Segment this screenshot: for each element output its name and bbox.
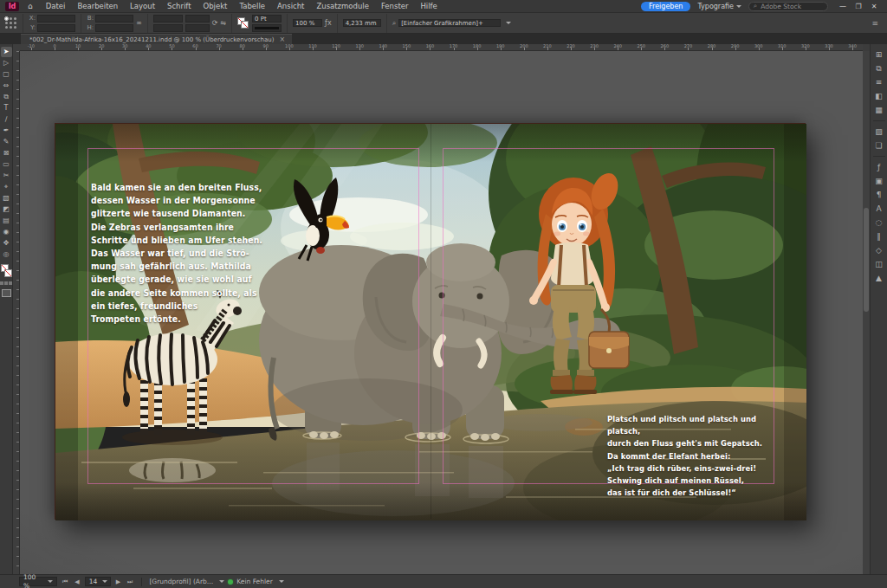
- page-tool[interactable]: ▢: [1, 69, 12, 80]
- home-icon[interactable]: ⌂: [28, 2, 33, 10]
- fill-stroke-swatch[interactable]: [237, 17, 249, 29]
- menu-layout[interactable]: Layout: [124, 0, 161, 13]
- note-tool[interactable]: ▤: [1, 216, 12, 226]
- menu-datei[interactable]: Datei: [40, 0, 72, 13]
- menu-hilfe[interactable]: Hilfe: [414, 0, 443, 13]
- zoom-tool[interactable]: ◎: [1, 249, 12, 260]
- constrain-link-icon[interactable]: ∞: [136, 19, 142, 28]
- layers-panel-icon[interactable]: ❏: [872, 139, 886, 152]
- rectangle-tool[interactable]: ▭: [1, 159, 12, 170]
- close-button[interactable]: ✕: [866, 0, 882, 13]
- gap-tool[interactable]: ⇔: [1, 81, 12, 91]
- stroke-weight-field[interactable]: 0 Pt: [252, 15, 282, 23]
- gradient-tool[interactable]: ▧: [1, 193, 12, 204]
- story-text-frame-left[interactable]: Bald kamen sie an den breiten Fluss, des…: [91, 181, 262, 326]
- stock-search-input[interactable]: ⌕ Adobe Stock: [748, 2, 828, 11]
- x-field[interactable]: [37, 15, 75, 23]
- paragraph-styles-panel-icon[interactable]: ¶: [872, 189, 886, 201]
- maximize-button[interactable]: ❐: [851, 0, 866, 13]
- vertical-ruler[interactable]: [13, 51, 20, 574]
- menu-tabelle[interactable]: Tabelle: [233, 0, 271, 13]
- first-page-button[interactable]: ⏮: [61, 578, 69, 585]
- menu-bearbeiten[interactable]: Bearbeiten: [71, 0, 124, 13]
- apply-color-buttons[interactable]: [0, 281, 12, 285]
- color-panel-icon[interactable]: ◧: [872, 90, 886, 102]
- width-field[interactable]: [95, 15, 133, 23]
- preflight-status[interactable]: Kein Fehler: [228, 578, 283, 585]
- menu-ansicht[interactable]: Ansicht: [271, 0, 310, 13]
- menu-zusatzmodule[interactable]: Zusatzmodule: [310, 0, 375, 13]
- minimize-button[interactable]: —: [835, 0, 851, 13]
- flip-icon[interactable]: ⇋: [220, 19, 226, 28]
- hand-tool[interactable]: ✥: [1, 238, 12, 249]
- swatches-panel-icon[interactable]: ▦: [872, 104, 886, 116]
- preflight-profile-dropdown[interactable]: [Grundprofil] (Arb…: [149, 578, 224, 585]
- cc-libraries-panel-icon[interactable]: ◫: [872, 258, 886, 270]
- menu-schrift[interactable]: Schrift: [161, 0, 197, 13]
- stroke-style-dropdown[interactable]: [252, 24, 282, 32]
- previous-page-button[interactable]: ◀: [73, 578, 81, 585]
- fill-stroke-swatches[interactable]: [1, 264, 12, 278]
- corner-radius-field[interactable]: 4,233 mm: [343, 19, 381, 27]
- rotate-icon[interactable]: ⟳: [212, 19, 218, 28]
- pencil-tool[interactable]: ✎: [1, 137, 12, 147]
- page-spread[interactable]: Bald kamen sie an den breiten Fluss, des…: [55, 123, 806, 520]
- scissors-tool[interactable]: ✂: [1, 171, 12, 181]
- effects-panel-icon[interactable]: ƒ: [872, 161, 886, 173]
- story-text-frame-right[interactable]: Platsch und plitsch und platsch und plat…: [607, 413, 791, 499]
- ruler-label: 220: [567, 44, 575, 48]
- reference-point-proxy[interactable]: [5, 14, 23, 33]
- object-styles-panel-icon[interactable]: ▣: [872, 175, 886, 187]
- pathfinder-panel-icon[interactable]: ◇: [872, 244, 886, 256]
- eyedropper-tool[interactable]: ◉: [1, 227, 12, 237]
- menu-fenster[interactable]: Fenster: [375, 0, 415, 13]
- last-page-button[interactable]: ⏭: [126, 578, 134, 585]
- gradient-panel-icon[interactable]: ▨: [872, 126, 886, 138]
- type-tool[interactable]: T: [1, 103, 12, 113]
- y-field[interactable]: [37, 24, 75, 32]
- gradient-feather-tool[interactable]: ◩: [1, 204, 12, 215]
- free-transform-tool[interactable]: ⌖: [1, 182, 12, 192]
- opacity-field[interactable]: 100 %: [293, 19, 322, 27]
- control-panel: X: Y: B: H: ∞ ⟳ ⇋ 0 P: [0, 13, 887, 34]
- pen-tool[interactable]: ✒: [1, 126, 12, 136]
- align-panel-icon[interactable]: ‖: [872, 230, 886, 242]
- style-search-icon[interactable]: ⌕: [392, 19, 396, 28]
- rectangle-frame-tool[interactable]: ⊠: [1, 148, 12, 158]
- object-style-dropdown[interactable]: [Einfacher Grafikrahmen]+: [398, 19, 501, 27]
- preflight-panel-icon[interactable]: ▲: [872, 272, 886, 284]
- text-wrap-panel-icon[interactable]: ◌: [872, 216, 886, 229]
- shear-field[interactable]: [185, 24, 210, 32]
- vertical-scrollbar[interactable]: [863, 51, 870, 574]
- content-collector-tool[interactable]: ⧉: [1, 92, 12, 102]
- effects-icon[interactable]: ƒx: [325, 19, 332, 28]
- app-logo-icon[interactable]: Id: [5, 2, 19, 11]
- rotation-field[interactable]: [185, 15, 210, 23]
- height-field[interactable]: [95, 24, 133, 32]
- screen-mode-button[interactable]: [2, 289, 11, 297]
- line-tool[interactable]: ∕: [1, 114, 12, 125]
- tab-close-icon[interactable]: ×: [279, 36, 285, 43]
- panel-menu-icon[interactable]: ≡: [871, 19, 882, 28]
- selection-tool[interactable]: ➤: [1, 47, 12, 57]
- links-panel-icon[interactable]: ⧉: [872, 62, 886, 74]
- stroke-panel-icon[interactable]: ≡: [872, 76, 886, 88]
- scrollbar-thumb[interactable]: [864, 208, 869, 312]
- scale-x-field[interactable]: [153, 15, 183, 23]
- menu-objekt[interactable]: Objekt: [197, 0, 234, 13]
- ruler-label: 320: [801, 44, 810, 48]
- ruler-label: -10: [28, 44, 35, 48]
- document-tab[interactable]: *002_Dr-Mathilda-Afrika-16x16_20241211.i…: [21, 34, 292, 44]
- horizontal-ruler[interactable]: -100102030405060708090100110120130140150…: [20, 44, 863, 51]
- scale-y-field[interactable]: [153, 24, 183, 32]
- pages-panel-icon[interactable]: ⊞: [872, 48, 886, 61]
- canvas-pasteboard[interactable]: Bald kamen sie an den breiten Fluss, des…: [20, 51, 863, 574]
- ruler-origin-corner[interactable]: [13, 44, 20, 51]
- page-number-dropdown[interactable]: 14: [85, 577, 111, 586]
- next-page-button[interactable]: ▶: [114, 578, 122, 585]
- workspace-switcher[interactable]: Typografie: [697, 3, 741, 10]
- share-button[interactable]: Freigeben: [641, 2, 690, 11]
- character-styles-panel-icon[interactable]: A: [872, 203, 886, 215]
- direct-selection-tool[interactable]: ▷: [1, 58, 12, 68]
- zoom-level-dropdown[interactable]: 100 %: [19, 577, 57, 586]
